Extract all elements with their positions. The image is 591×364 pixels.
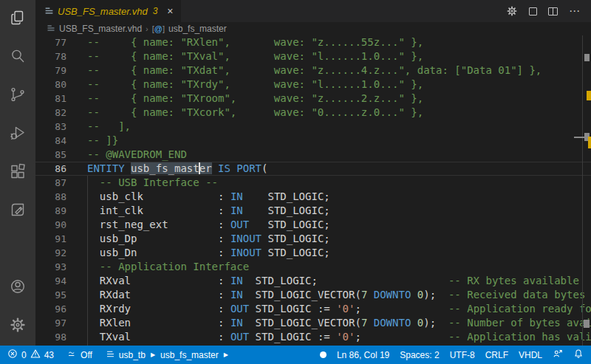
feedback-icon[interactable] (553, 348, 563, 361)
line-number[interactable]: 77 (35, 35, 87, 49)
code-line[interactable]: 78-- { name: "TXval", wave: "l......1.0.… (35, 49, 591, 63)
line-number[interactable]: 97 (35, 316, 87, 330)
manage-button[interactable] (0, 307, 35, 346)
pencil-badge-icon (9, 201, 27, 222)
code-text: -- ], (87, 120, 591, 134)
code-line[interactable]: 91 usb_Dp : INOUT STD_LOGIC; (35, 232, 591, 246)
hierarchy-item[interactable]: usb_fs_master (160, 350, 219, 360)
code-text: RXrdy : OUT STD_LOGIC := '0'; -- Applica… (87, 302, 591, 316)
file-icon (44, 6, 54, 17)
code-line[interactable]: 85-- @WAVEDROM_END (35, 148, 591, 162)
line-number[interactable]: 96 (35, 302, 87, 316)
code-text: int_clk : IN STD_LOGIC; (87, 204, 591, 218)
line-number[interactable]: 94 (35, 274, 87, 288)
code-line[interactable]: 87 -- USB Interface -- (35, 176, 591, 190)
line-number[interactable]: 89 (35, 204, 87, 218)
indent-guide (87, 302, 88, 316)
overview-ruler-marker (584, 54, 590, 61)
code-line[interactable]: 77-- { name: "RXlen", wave: "z......55z.… (35, 35, 591, 49)
line-number[interactable]: 87 (35, 176, 87, 190)
chevron-right-icon: › (146, 24, 148, 33)
code-line[interactable]: 94 RXval : IN STD_LOGIC; -- RX bytes ava… (35, 274, 591, 288)
accounts-button[interactable] (0, 269, 35, 307)
indent-guide (87, 176, 88, 190)
code-line[interactable]: 96 RXrdy : OUT STD_LOGIC := '0'; -- Appl… (35, 302, 591, 316)
code-line[interactable]: 90 rst_neg_ext : OUT STD_LOGIC; (35, 218, 591, 232)
indentation-setting[interactable]: Spaces: 2 (400, 350, 439, 360)
line-number[interactable]: 78 (35, 49, 87, 63)
notes-extension-button[interactable] (0, 192, 35, 230)
hierarchy-item[interactable]: usb_tb (119, 350, 146, 360)
line-number[interactable]: 86 (35, 162, 87, 176)
settings-gear-icon (9, 316, 27, 337)
run-debug-button[interactable] (0, 115, 35, 154)
code-line[interactable]: 80-- { name: "TXrdy", wave: "l......1.0.… (35, 78, 591, 92)
code-line[interactable]: 89 int_clk : IN STD_LOGIC; (35, 204, 591, 218)
line-number[interactable]: 88 (35, 190, 87, 204)
problems-status[interactable]: 0 43 (7, 348, 54, 361)
line-number[interactable]: 95 (35, 288, 87, 302)
design-hierarchy[interactable]: usb_tb ▶ usb_fs_master ▶ (106, 349, 230, 361)
line-number[interactable]: 81 (35, 92, 87, 106)
code-line[interactable]: 83-- ], (35, 120, 591, 134)
code-text: -- Application Interface (87, 260, 591, 274)
toggle-status[interactable]: Off (67, 349, 92, 361)
breadcrumb-symbol[interactable]: usb_fs_master (168, 24, 227, 34)
code-lines: 77-- { name: "RXlen", wave: "z......55z.… (35, 35, 591, 346)
code-line[interactable]: 93 -- Application Interface (35, 260, 591, 274)
code-text: -- @WAVEDROM_END (87, 148, 591, 162)
code-editor[interactable]: 77-- { name: "RXlen", wave: "z......55z.… (35, 35, 591, 346)
breadcrumb-file[interactable]: USB_FS_master.vhd (59, 24, 142, 34)
account-icon (9, 278, 27, 298)
search-button[interactable] (0, 38, 35, 77)
more-actions-icon[interactable]: ⋯ (569, 8, 581, 14)
source-control-button[interactable] (0, 77, 35, 115)
code-text: RXdat : IN STD_LOGIC_VECTOR(7 DOWNTO 0);… (87, 288, 591, 302)
code-line[interactable]: 98 TXval : OUT STD_LOGIC := '0'; -- Appl… (35, 330, 591, 344)
code-line[interactable]: 86ENTITY usb_fs_master IS PORT( (35, 162, 591, 176)
code-line[interactable]: 79-- { name: "TXdat", wave: "z......4.z.… (35, 63, 591, 78)
line-number[interactable]: 82 (35, 106, 87, 120)
line-number[interactable]: 79 (35, 63, 87, 78)
split-editor-icon[interactable] (548, 7, 558, 16)
error-icon (7, 348, 18, 361)
indent-guide (87, 232, 88, 246)
code-line[interactable]: 81-- { name: "TXroom", wave: "z......2.z… (35, 92, 591, 106)
line-number[interactable]: 92 (35, 246, 87, 260)
explorer-button[interactable] (0, 0, 35, 38)
eol-setting[interactable]: CRLF (485, 350, 508, 360)
line-number[interactable]: 93 (35, 260, 87, 274)
code-text: ENTITY usb_fs_master IS PORT( (87, 162, 591, 176)
line-number[interactable]: 91 (35, 232, 87, 246)
bell-icon[interactable] (573, 348, 584, 361)
line-number[interactable]: 98 (35, 330, 87, 344)
code-text: usb_Dn : INOUT STD_LOGIC; (87, 246, 591, 260)
overview-ruler[interactable] (582, 35, 583, 346)
code-line[interactable]: 88 usb_clk : IN STD_LOGIC; (35, 190, 591, 204)
code-line[interactable]: 82-- { name: "TXcork", wave: "0......z.0… (35, 106, 591, 120)
cursor-position[interactable]: Ln 86, Col 19 (337, 350, 389, 360)
search-icon (9, 47, 27, 68)
line-number[interactable]: 90 (35, 218, 87, 232)
code-line[interactable]: 92 usb_Dn : INOUT STD_LOGIC; (35, 246, 591, 260)
code-text: -- { name: "TXroom", wave: "z......2.z..… (87, 92, 591, 106)
line-number[interactable]: 84 (35, 134, 87, 148)
code-text: -- USB Interface -- (87, 176, 591, 190)
extensions-button[interactable] (0, 154, 35, 192)
square-outline-icon[interactable] (529, 7, 537, 16)
code-line[interactable]: 97 RXlen : IN STD_LOGIC_VECTOR(7 DOWNTO … (35, 316, 591, 330)
code-text: TXval : OUT STD_LOGIC := '0'; -- Applica… (87, 330, 591, 344)
code-text: RXlen : IN STD_LOGIC_VECTOR(7 DOWNTO 0);… (87, 316, 591, 330)
symbol-entity-icon: [@] (152, 24, 165, 33)
gear-icon[interactable] (506, 5, 518, 17)
encoding-setting[interactable]: UTF-8 (450, 350, 475, 360)
line-number[interactable]: 80 (35, 78, 87, 92)
line-number[interactable]: 83 (35, 120, 87, 134)
language-mode[interactable]: VHDL (519, 350, 542, 360)
code-line[interactable]: 84-- ]} (35, 134, 591, 148)
tab-usb-fs-master[interactable]: USB_FS_master.vhd 3 × (35, 0, 181, 22)
line-number[interactable]: 85 (35, 148, 87, 162)
code-line[interactable]: 95 RXdat : IN STD_LOGIC_VECTOR(7 DOWNTO … (35, 288, 591, 302)
close-icon[interactable]: × (167, 6, 173, 16)
status-right: Ln 86, Col 19 Spaces: 2 UTF-8 CRLF VHDL (320, 348, 584, 361)
